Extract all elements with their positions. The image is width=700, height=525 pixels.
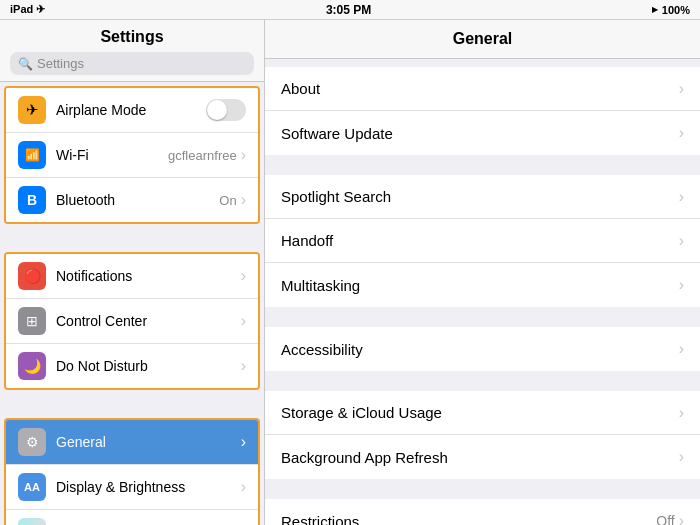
- right-title: General: [281, 30, 684, 48]
- notifications-chevron: ›: [241, 267, 246, 285]
- sidebar-items: ✈ Airplane Mode 📶 Wi-Fi gcflearnfree › B: [0, 82, 264, 525]
- sidebar-item-control-center[interactable]: ⊞ Control Center ›: [6, 299, 258, 344]
- status-right: ▸ 100%: [652, 3, 690, 16]
- sidebar-item-notifications[interactable]: 🔴 Notifications ›: [6, 254, 258, 299]
- restrictions-label: Restrictions: [281, 513, 656, 526]
- wifi-label: Wi-Fi: [56, 147, 168, 163]
- wifi-value: gcflearnfree: [168, 148, 237, 163]
- search-icon: 🔍: [18, 57, 33, 71]
- battery-percent: 100%: [662, 4, 690, 16]
- status-bar: iPad ✈ 3:05 PM ▸ 100%: [0, 0, 700, 20]
- right-header: General: [265, 20, 700, 59]
- airplane-label: Airplane Mode: [56, 102, 206, 118]
- main-layout: Settings 🔍 Settings ✈ Airplane Mode: [0, 20, 700, 525]
- software-update-chevron: ›: [679, 124, 684, 142]
- airplane-toggle[interactable]: [206, 99, 246, 121]
- right-item-storage[interactable]: Storage & iCloud Usage ›: [265, 391, 700, 435]
- sidebar-header: Settings 🔍 Settings: [0, 20, 264, 82]
- restrictions-value: Off: [656, 513, 674, 525]
- battery-icon: ▸: [652, 3, 658, 16]
- multitasking-label: Multitasking: [281, 277, 679, 294]
- search-bar[interactable]: 🔍 Settings: [10, 52, 254, 75]
- display-label: Display & Brightness: [56, 479, 241, 495]
- right-item-accessibility[interactable]: Accessibility ›: [265, 327, 700, 371]
- spotlight-label: Spotlight Search: [281, 188, 679, 205]
- software-update-label: Software Update: [281, 125, 679, 142]
- sidebar-group-1: ✈ Airplane Mode 📶 Wi-Fi gcflearnfree › B: [6, 88, 258, 222]
- bluetooth-label: Bluetooth: [56, 192, 219, 208]
- general-icon: ⚙: [18, 428, 46, 456]
- right-panel: General About › Software Update › Spotli…: [265, 20, 700, 525]
- right-group-2: Spotlight Search › Handoff › Multitaskin…: [265, 175, 700, 307]
- spacer-1: [0, 228, 264, 248]
- airplane-icon: ✈: [18, 96, 46, 124]
- wifi-icon: 📶: [18, 141, 46, 169]
- right-group-4: Storage & iCloud Usage › Background App …: [265, 391, 700, 479]
- restrictions-chevron: ›: [679, 512, 684, 525]
- general-chevron: ›: [241, 433, 246, 451]
- right-spacer-3: [265, 371, 700, 391]
- status-time: 3:05 PM: [326, 3, 371, 17]
- sidebar-item-wifi[interactable]: 📶 Wi-Fi gcflearnfree ›: [6, 133, 258, 178]
- notifications-label: Notifications: [56, 268, 241, 284]
- sidebar-item-airplane[interactable]: ✈ Airplane Mode: [6, 88, 258, 133]
- sidebar-group-2: 🔴 Notifications › ⊞ Control Center › 🌙 D…: [6, 254, 258, 388]
- sidebar-group-3-highlight: ⚙ General › AA Display & Brightness › 🖼 …: [4, 418, 260, 525]
- right-item-spotlight[interactable]: Spotlight Search ›: [265, 175, 700, 219]
- sidebar-item-wallpaper[interactable]: 🖼 Wallpaper ›: [6, 510, 258, 525]
- control-center-label: Control Center: [56, 313, 241, 329]
- spotlight-chevron: ›: [679, 188, 684, 206]
- handoff-chevron: ›: [679, 232, 684, 250]
- right-item-software-update[interactable]: Software Update ›: [265, 111, 700, 155]
- sidebar-item-bluetooth[interactable]: B Bluetooth On ›: [6, 178, 258, 222]
- right-item-multitasking[interactable]: Multitasking ›: [265, 263, 700, 307]
- right-item-handoff[interactable]: Handoff ›: [265, 219, 700, 263]
- control-center-icon: ⊞: [18, 307, 46, 335]
- bluetooth-value: On: [219, 193, 236, 208]
- right-item-about[interactable]: About ›: [265, 67, 700, 111]
- sidebar-item-dnd[interactable]: 🌙 Do Not Disturb ›: [6, 344, 258, 388]
- search-placeholder: Settings: [37, 56, 84, 71]
- sidebar-item-display[interactable]: AA Display & Brightness ›: [6, 465, 258, 510]
- about-label: About: [281, 80, 679, 97]
- dnd-label: Do Not Disturb: [56, 358, 241, 374]
- storage-chevron: ›: [679, 404, 684, 422]
- sidebar-group-1-highlight: ✈ Airplane Mode 📶 Wi-Fi gcflearnfree › B: [4, 86, 260, 224]
- right-group-5: Restrictions Off ›: [265, 499, 700, 525]
- right-spacer-0: [265, 59, 700, 67]
- multitasking-chevron: ›: [679, 276, 684, 294]
- sidebar-group-2-highlight: 🔴 Notifications › ⊞ Control Center › 🌙 D…: [4, 252, 260, 390]
- sidebar-item-general[interactable]: ⚙ General ›: [6, 420, 258, 465]
- accessibility-label: Accessibility: [281, 341, 679, 358]
- dnd-icon: 🌙: [18, 352, 46, 380]
- right-spacer-1: [265, 155, 700, 175]
- display-chevron: ›: [241, 478, 246, 496]
- control-center-chevron: ›: [241, 312, 246, 330]
- storage-label: Storage & iCloud Usage: [281, 404, 679, 421]
- bluetooth-icon: B: [18, 186, 46, 214]
- status-left: iPad ✈: [10, 3, 45, 16]
- dnd-chevron: ›: [241, 357, 246, 375]
- general-label: General: [56, 434, 241, 450]
- wallpaper-icon: 🖼: [18, 518, 46, 525]
- bluetooth-chevron: ›: [241, 191, 246, 209]
- accessibility-chevron: ›: [679, 340, 684, 358]
- sidebar-title: Settings: [10, 28, 254, 46]
- right-spacer-4: [265, 479, 700, 499]
- toggle-knob: [207, 100, 227, 120]
- display-icon: AA: [18, 473, 46, 501]
- sidebar: Settings 🔍 Settings ✈ Airplane Mode: [0, 20, 265, 525]
- background-chevron: ›: [679, 448, 684, 466]
- spacer-2: [0, 394, 264, 414]
- wifi-chevron: ›: [241, 146, 246, 164]
- sidebar-group-3: ⚙ General › AA Display & Brightness › 🖼 …: [6, 420, 258, 525]
- right-items: About › Software Update › Spotlight Sear…: [265, 59, 700, 525]
- right-item-restrictions[interactable]: Restrictions Off ›: [265, 499, 700, 525]
- notifications-icon: 🔴: [18, 262, 46, 290]
- ipad-label: iPad ✈: [10, 3, 45, 16]
- right-item-background[interactable]: Background App Refresh ›: [265, 435, 700, 479]
- right-group-3: Accessibility ›: [265, 327, 700, 371]
- background-label: Background App Refresh: [281, 449, 679, 466]
- right-group-1: About › Software Update ›: [265, 67, 700, 155]
- about-chevron: ›: [679, 80, 684, 98]
